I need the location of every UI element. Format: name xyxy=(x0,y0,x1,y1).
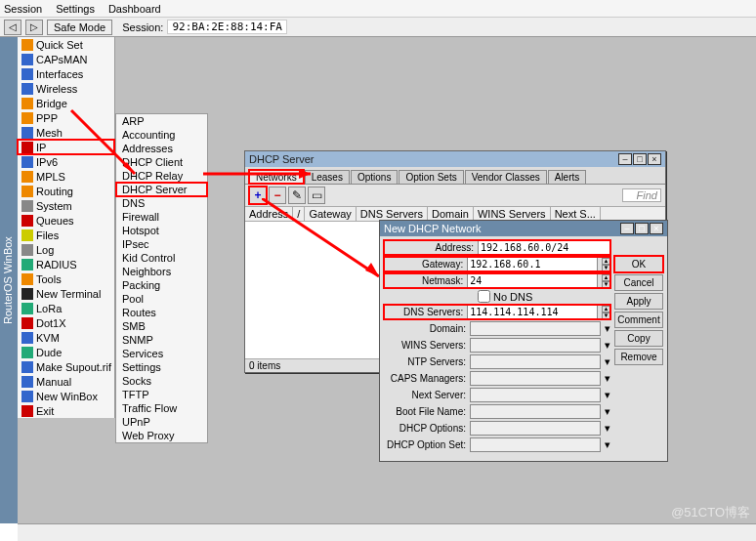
netmask-input[interactable] xyxy=(467,273,598,288)
sidebar-item-dude[interactable]: Dude xyxy=(18,345,114,359)
sidebar-item-manual[interactable]: Manual xyxy=(18,374,114,389)
submenu-item[interactable]: UPnP xyxy=(116,415,207,429)
comment-button[interactable]: Comment xyxy=(614,312,663,328)
submenu-item[interactable]: Routes xyxy=(116,306,207,319)
minimize-icon[interactable]: – xyxy=(618,153,632,165)
netmask-spinner[interactable]: ▲▼ xyxy=(602,274,610,288)
ok-button[interactable]: OK xyxy=(614,256,663,272)
sidebar-item-log[interactable]: Log xyxy=(18,242,114,257)
sidebar-item-lora[interactable]: LoRa xyxy=(18,301,114,315)
no-dns-checkbox[interactable] xyxy=(478,290,490,303)
remove-button[interactable]: Remove xyxy=(614,349,663,365)
submenu-item[interactable]: Settings xyxy=(116,360,207,374)
boot-input[interactable] xyxy=(470,404,601,419)
sidebar-item-kvm[interactable]: KVM xyxy=(18,330,114,345)
dialog-titlebar[interactable]: New DHCP Network – □ × xyxy=(380,221,667,236)
column-header[interactable]: Address xyxy=(245,207,293,221)
submenu-item[interactable]: IPsec xyxy=(116,237,207,251)
submenu-item[interactable]: Traffic Flow xyxy=(116,401,207,415)
sidebar-item-ipv6[interactable]: IPv6 xyxy=(18,154,114,169)
column-header[interactable]: Gateway xyxy=(305,207,356,221)
submenu-item[interactable]: ARP xyxy=(116,114,207,128)
submenu-item[interactable]: Kid Control xyxy=(116,251,207,265)
expand-icon[interactable]: ▾ xyxy=(605,355,610,368)
sidebar-item-new-terminal[interactable]: New Terminal xyxy=(18,286,114,301)
sidebar-item-make-supout-rif[interactable]: Make Supout.rif xyxy=(18,359,114,374)
tab-leases[interactable]: Leases xyxy=(305,170,350,184)
submenu-item[interactable]: Web Proxy xyxy=(116,429,207,442)
menu-session[interactable]: Session xyxy=(4,3,42,15)
submenu-item[interactable]: SMB xyxy=(116,319,207,333)
domain-input[interactable] xyxy=(470,321,601,336)
dns-input[interactable] xyxy=(467,305,598,319)
wins-input[interactable] xyxy=(470,338,601,353)
tab-networks[interactable]: Networks xyxy=(249,170,304,184)
expand-icon[interactable]: ▾ xyxy=(605,339,610,352)
gateway-input[interactable] xyxy=(467,257,598,271)
sidebar-item-interfaces[interactable]: Interfaces xyxy=(18,66,114,81)
column-header[interactable]: Domain xyxy=(428,207,474,221)
expand-icon[interactable]: ▾ xyxy=(605,322,610,335)
submenu-item[interactable]: SNMP xyxy=(116,333,207,347)
expand-icon[interactable]: ▾ xyxy=(605,372,610,385)
submenu-item[interactable]: Addresses xyxy=(116,142,207,155)
expand-icon[interactable]: ▾ xyxy=(605,389,610,401)
menu-dashboard[interactable]: Dashboard xyxy=(108,3,161,15)
sidebar-item-quick-set[interactable]: Quick Set xyxy=(18,37,114,52)
sidebar-item-bridge[interactable]: Bridge xyxy=(18,96,114,110)
optset-input[interactable] xyxy=(470,437,601,452)
sidebar-item-dot1x[interactable]: Dot1X xyxy=(18,315,114,330)
sidebar-item-queues[interactable]: Queues xyxy=(18,213,114,228)
expand-icon[interactable]: ▾ xyxy=(605,405,610,418)
maximize-icon[interactable]: □ xyxy=(633,153,647,165)
tab-option-sets[interactable]: Option Sets xyxy=(399,170,463,184)
minimize-icon[interactable]: – xyxy=(620,223,634,234)
close-icon[interactable]: × xyxy=(648,153,661,165)
menu-settings[interactable]: Settings xyxy=(56,3,95,15)
add-button[interactable]: + xyxy=(249,187,267,204)
forward-button[interactable]: ▷ xyxy=(25,20,43,35)
column-header[interactable]: Next S... xyxy=(551,207,601,221)
sidebar-item-mpls[interactable]: MPLS xyxy=(18,169,114,184)
close-icon[interactable]: × xyxy=(650,223,663,234)
sidebar-item-exit[interactable]: Exit xyxy=(18,403,114,418)
sidebar-item-wireless[interactable]: Wireless xyxy=(18,81,114,96)
tab-alerts[interactable]: Alerts xyxy=(548,170,587,184)
safe-mode-button[interactable]: Safe Mode xyxy=(47,20,112,35)
sidebar-item-capsman[interactable]: CAPsMAN xyxy=(18,52,114,66)
submenu-item[interactable]: Accounting xyxy=(116,128,207,142)
submenu-item[interactable]: DNS xyxy=(116,196,207,210)
tab-options[interactable]: Options xyxy=(351,170,398,184)
sidebar-item-tools[interactable]: Tools xyxy=(18,271,114,286)
column-header[interactable]: / xyxy=(293,207,305,221)
submenu-item[interactable]: DHCP Server xyxy=(116,183,207,196)
dns-spinner[interactable]: ▲▼ xyxy=(602,306,610,319)
copy-button[interactable]: Copy xyxy=(614,330,663,347)
filter-icon[interactable]: ▭ xyxy=(308,187,325,204)
apply-button[interactable]: Apply xyxy=(614,293,663,310)
gateway-spinner[interactable]: ▲▼ xyxy=(602,258,610,271)
submenu-item[interactable]: DHCP Relay xyxy=(116,169,207,183)
submenu-item[interactable]: Firewall xyxy=(116,210,207,224)
find-input[interactable]: Find xyxy=(622,188,661,202)
expand-icon[interactable]: ▾ xyxy=(605,438,610,451)
submenu-item[interactable]: Services xyxy=(116,347,207,360)
column-header[interactable]: WINS Servers xyxy=(474,207,551,221)
sidebar-item-routing[interactable]: Routing xyxy=(18,184,114,198)
remove-button[interactable]: − xyxy=(269,187,286,204)
address-input[interactable] xyxy=(478,240,610,255)
sidebar-item-ppp[interactable]: PPP xyxy=(18,110,114,125)
submenu-item[interactable]: TFTP xyxy=(116,388,207,401)
maximize-icon[interactable]: □ xyxy=(635,223,649,234)
submenu-item[interactable]: Neighbors xyxy=(116,265,207,278)
sidebar-item-files[interactable]: Files xyxy=(18,228,114,242)
sidebar-item-system[interactable]: System xyxy=(18,198,114,213)
comment-icon[interactable]: ✎ xyxy=(288,187,306,204)
opts-input[interactable] xyxy=(470,421,601,436)
submenu-item[interactable]: Pool xyxy=(116,292,207,306)
sidebar-item-new-winbox[interactable]: New WinBox xyxy=(18,389,114,403)
tab-vendor-classes[interactable]: Vendor Classes xyxy=(465,170,547,184)
submenu-item[interactable]: Socks xyxy=(116,374,207,388)
caps-input[interactable] xyxy=(470,371,601,386)
cancel-button[interactable]: Cancel xyxy=(614,274,663,291)
